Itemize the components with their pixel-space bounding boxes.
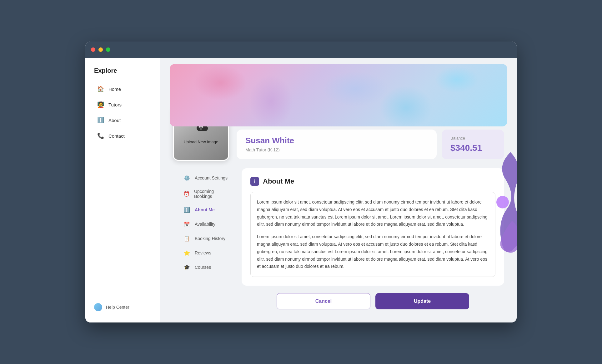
sub-nav-availability[interactable]: 📅 Availability — [179, 218, 232, 231]
star-icon: ⭐ — [183, 249, 190, 256]
update-button[interactable]: Update — [375, 293, 469, 309]
main-content: Explore 🏠 Home 🧑‍🏫 Tutors ℹ️ About 📞 Con… — [85, 58, 517, 322]
middle-section: ⚙️ Account Settings ⏰ Upcoming Bookings … — [170, 168, 507, 309]
sidebar-title: Explore — [85, 67, 160, 74]
sidebar-item-tutors-label: Tutors — [108, 102, 122, 107]
sidebar: Explore 🏠 Home 🧑‍🏫 Tutors ℹ️ About 📞 Con… — [85, 58, 160, 322]
help-label: Help Center — [106, 305, 129, 310]
settings-icon: ⚙️ — [183, 175, 190, 181]
about-icon: ℹ️ — [97, 117, 104, 124]
app-window: Explore 🏠 Home 🧑‍🏫 Tutors ℹ️ About 📞 Con… — [85, 42, 517, 322]
help-icon — [94, 303, 102, 311]
banner-decoration — [170, 64, 507, 126]
about-header: i About Me — [250, 177, 495, 186]
sub-nav-booking-history[interactable]: 📋 Booking History — [179, 232, 232, 245]
sidebar-item-contact-label: Contact — [108, 133, 125, 139]
info-icon: ℹ️ — [183, 206, 190, 213]
balance-card: Balance $340.51 — [442, 130, 504, 159]
clock-icon: ⏰ — [183, 190, 190, 197]
sidebar-item-about[interactable]: ℹ️ About — [88, 113, 157, 127]
home-icon: 🏠 — [97, 86, 104, 92]
about-me-icon: i — [250, 177, 259, 186]
close-button[interactable] — [91, 47, 95, 52]
minimize-button[interactable] — [98, 47, 103, 52]
titlebar — [85, 42, 517, 58]
contact-icon: 📞 — [97, 132, 104, 139]
profile-name-card: Susan White Math Tutor (K-12) — [237, 130, 437, 159]
about-paragraph-1: Lorem ipsum dolor sit amet, consetetur s… — [257, 199, 489, 228]
list-icon: 📋 — [183, 235, 190, 242]
profile-banner — [170, 64, 507, 126]
sidebar-item-contact[interactable]: 📞 Contact — [88, 129, 157, 143]
sub-nav: ⚙️ Account Settings ⏰ Upcoming Bookings … — [173, 171, 238, 274]
action-buttons: Cancel Update — [242, 293, 504, 309]
sub-nav-account-settings-label: Account Settings — [195, 175, 228, 180]
sidebar-item-home-label: Home — [108, 86, 121, 92]
tutors-icon: 🧑‍🏫 — [97, 101, 104, 108]
sub-nav-availability-label: Availability — [195, 222, 215, 227]
sub-nav-account-settings[interactable]: ⚙️ Account Settings — [179, 171, 232, 184]
sub-nav-reviews[interactable]: ⭐ Reviews — [179, 246, 232, 259]
content-column: i About Me Lorem ipsum dolor sit amet, c… — [238, 168, 507, 309]
profile-info-row: Susan White Math Tutor (K-12) Balance $3… — [237, 130, 504, 159]
cancel-button[interactable]: Cancel — [277, 293, 370, 309]
about-me-title: About Me — [263, 177, 294, 185]
profile-role: Math Tutor (K-12) — [245, 147, 428, 152]
sidebar-item-tutors[interactable]: 🧑‍🏫 Tutors — [88, 97, 157, 112]
sub-nav-upcoming-bookings-label: Upcoming Bookings — [194, 189, 228, 199]
sidebar-item-about-label: About — [108, 118, 121, 123]
about-me-section: i About Me Lorem ipsum dolor sit amet, c… — [242, 168, 504, 286]
sub-nav-about-me-label: About Me — [195, 207, 215, 212]
sub-nav-courses[interactable]: 🎓 Courses — [179, 261, 232, 274]
help-center[interactable]: Help Center — [85, 298, 160, 316]
courses-icon: 🎓 — [183, 264, 190, 271]
about-me-text-area[interactable]: Lorem ipsum dolor sit amet, consetetur s… — [250, 192, 495, 277]
balance-label: Balance — [450, 136, 495, 140]
sub-nav-reviews-label: Reviews — [195, 250, 211, 255]
main-area: Upload New Image Susan White Math Tutor … — [160, 58, 517, 322]
about-paragraph-2: Lorem ipsum dolor sit amet, consetetur s… — [257, 233, 489, 270]
balance-amount: $340.51 — [450, 143, 495, 153]
sub-nav-booking-history-label: Booking History — [195, 236, 225, 241]
sub-nav-courses-label: Courses — [195, 265, 211, 270]
upload-text: Upload New Image — [184, 140, 218, 144]
sub-nav-upcoming-bookings[interactable]: ⏰ Upcoming Bookings — [179, 186, 232, 202]
profile-name: Susan White — [245, 136, 428, 145]
sidebar-nav: 🏠 Home 🧑‍🏫 Tutors ℹ️ About 📞 Contact — [85, 82, 160, 298]
sidebar-item-home[interactable]: 🏠 Home — [88, 82, 157, 96]
sub-nav-column: ⚙️ Account Settings ⏰ Upcoming Bookings … — [170, 168, 238, 309]
maximize-button[interactable] — [106, 47, 110, 52]
sub-nav-about-me[interactable]: ℹ️ About Me — [179, 203, 232, 216]
calendar-icon: 📅 — [183, 221, 190, 228]
